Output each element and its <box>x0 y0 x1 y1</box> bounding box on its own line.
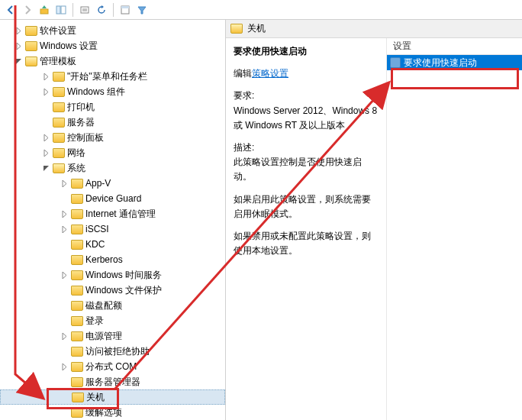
expander-icon[interactable] <box>14 26 23 35</box>
tree-item[interactable]: 服务器管理器 <box>0 374 225 389</box>
expander-icon[interactable] <box>41 87 50 96</box>
detail-header-title: 关机 <box>247 22 266 35</box>
tree-item-label: Device Guard <box>85 193 141 204</box>
tree-item-label: Internet 通信管理 <box>85 208 156 221</box>
tree-item[interactable]: Kerberos <box>0 252 225 267</box>
tree-item[interactable]: 登录 <box>0 313 225 328</box>
svg-rect-3 <box>81 7 89 13</box>
tree-item[interactable]: 打印机 <box>0 99 225 115</box>
info-column: 要求使用快速启动 编辑策略设置 要求: Windows Server 2012、… <box>226 38 386 420</box>
tree-item[interactable]: Windows 文件保护 <box>0 283 225 298</box>
tree-item[interactable]: 系统 <box>0 160 225 176</box>
list-column-header[interactable]: 设置 <box>387 38 522 55</box>
tree-item-label: 电源管理 <box>85 330 122 343</box>
policy-title: 要求使用快速启动 <box>234 44 379 59</box>
expander-icon[interactable] <box>60 209 69 218</box>
folder-icon <box>53 163 65 173</box>
tree-item-label: 控制面板 <box>67 131 104 144</box>
properties-button[interactable] <box>118 2 133 18</box>
tree-item-label: 分布式 COM <box>85 360 137 373</box>
expander-icon[interactable] <box>41 148 50 157</box>
tree-item[interactable]: 访问被拒绝协助 <box>0 344 225 359</box>
tree-item[interactable]: App-V <box>0 176 225 191</box>
expander-icon[interactable] <box>41 72 50 81</box>
tree-item[interactable]: 分布式 COM <box>0 359 225 374</box>
expander-icon[interactable] <box>14 41 23 50</box>
tree-item[interactable]: Windows 组件 <box>0 84 225 99</box>
tree-item[interactable]: 服务器 <box>0 115 225 130</box>
tree-item-label: Windows 时间服务 <box>85 269 162 282</box>
folder-icon <box>71 194 83 204</box>
folder-icon <box>71 377 83 387</box>
disabled-text: 如果禁用或未配置此策略设置，则使用本地设置。 <box>234 229 379 258</box>
folder-icon <box>71 347 83 357</box>
tree-item[interactable]: 网络 <box>0 145 225 160</box>
description-label: 描述: <box>234 142 254 153</box>
tree-item-label: 打印机 <box>67 101 95 114</box>
expander-icon[interactable] <box>41 133 50 142</box>
filter-button[interactable] <box>134 2 150 18</box>
show-hide-button[interactable] <box>53 2 69 18</box>
tree-item[interactable]: Device Guard <box>0 191 225 206</box>
policy-list-item[interactable]: 要求使用快速启动 <box>387 55 522 70</box>
tree-item-label: KDC <box>85 239 105 250</box>
policy-icon <box>390 57 401 68</box>
separator-icon <box>72 3 73 17</box>
forward-button[interactable] <box>20 2 35 18</box>
tree-item-label: 服务器管理器 <box>85 376 140 389</box>
tree-item[interactable]: iSCSI <box>0 221 225 237</box>
tree-item[interactable]: 管理模板 <box>0 53 225 69</box>
folder-icon <box>53 72 65 82</box>
export-button[interactable] <box>77 2 92 18</box>
folder-icon <box>71 316 83 326</box>
expander-icon[interactable] <box>60 179 69 188</box>
tree-item-label: Windows 文件保护 <box>85 284 162 297</box>
tree-item-label: Windows 组件 <box>67 86 125 99</box>
tree-item[interactable]: 控制面板 <box>0 130 225 145</box>
folder-icon <box>53 133 65 143</box>
list-column: 设置 要求使用快速启动 <box>386 38 522 420</box>
folder-icon <box>71 301 83 311</box>
up-button[interactable] <box>37 2 52 18</box>
tree-item[interactable]: 电源管理 <box>0 328 225 344</box>
folder-icon <box>72 393 84 402</box>
tree-item[interactable]: 关机 <box>0 389 225 405</box>
folder-icon <box>71 286 83 296</box>
tree-item-label: 管理模板 <box>40 55 76 68</box>
tree-item-label: 登录 <box>85 315 104 328</box>
enabled-text: 如果启用此策略设置，则系统需要启用休眠模式。 <box>234 192 379 221</box>
tree-item[interactable]: 磁盘配额 <box>0 298 225 313</box>
requirements-text: Windows Server 2012、Windows 8 或 Windows … <box>234 105 377 131</box>
tree-item-label: 软件设置 <box>40 24 76 37</box>
tree-item-label: 磁盘配额 <box>85 299 122 312</box>
expander-icon[interactable] <box>60 362 69 371</box>
expander-icon[interactable] <box>60 331 69 341</box>
tree-item[interactable]: Windows 时间服务 <box>0 267 225 283</box>
content: 软件设置Windows 设置管理模板"开始"菜单和任务栏Windows 组件打印… <box>0 20 522 420</box>
folder-icon <box>71 225 83 234</box>
refresh-button[interactable] <box>94 2 109 18</box>
expander-icon[interactable] <box>14 57 23 66</box>
expander-icon[interactable] <box>60 270 69 279</box>
separator-icon <box>113 3 114 17</box>
svg-rect-0 <box>40 9 48 14</box>
expander-icon[interactable] <box>60 225 69 234</box>
folder-icon <box>53 148 65 158</box>
tree-item[interactable]: 软件设置 <box>0 23 225 38</box>
expander-icon[interactable] <box>41 163 50 173</box>
tree-item[interactable]: 缓解选项 <box>0 405 225 420</box>
tree-item[interactable]: KDC <box>0 237 225 252</box>
tree-item[interactable]: "开始"菜单和任务栏 <box>0 69 225 84</box>
folder-icon <box>53 87 65 97</box>
back-button[interactable] <box>3 2 18 18</box>
folder-icon <box>71 179 83 189</box>
folder-icon <box>25 26 37 36</box>
tree-item[interactable]: Windows 设置 <box>0 38 225 53</box>
edit-label: 编辑 <box>234 68 252 79</box>
svg-rect-2 <box>61 6 66 14</box>
tree-panel[interactable]: 软件设置Windows 设置管理模板"开始"菜单和任务栏Windows 组件打印… <box>0 20 226 420</box>
folder-icon <box>71 270 83 280</box>
tree-item[interactable]: Internet 通信管理 <box>0 206 225 221</box>
edit-policy-link[interactable]: 策略设置 <box>252 68 288 79</box>
tree-item-label: App-V <box>85 178 111 189</box>
